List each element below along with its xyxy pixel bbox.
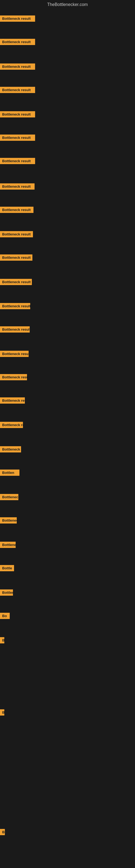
bottleneck-item: Bottleneck result xyxy=(0,183,35,190)
bottleneck-item: Bo xyxy=(0,709,4,716)
bottleneck-item: Bottle xyxy=(0,565,14,571)
bottleneck-item: Bottleneck result xyxy=(0,16,35,22)
bottleneck-item: B xyxy=(0,637,4,643)
bottleneck-item: Bottleneck result xyxy=(0,158,35,164)
bottleneck-item: Bottleneck re xyxy=(0,542,16,548)
bottleneck-item: Bottleneck res xyxy=(0,422,23,428)
bottleneck-item: Bottleneck result xyxy=(0,303,30,309)
bottleneck-item: Bottlen xyxy=(0,469,19,476)
bottleneck-item: Bottleneck result xyxy=(0,254,32,261)
bottleneck-item: Bottleneck result xyxy=(0,326,30,333)
bottleneck-item: Bottleneck result xyxy=(0,87,35,93)
bottleneck-item: Bottlenec xyxy=(0,517,17,524)
bottleneck-item: Bottleneck resul xyxy=(0,374,27,380)
bottleneck-item: Bottleneck re xyxy=(0,829,5,835)
bottleneck-item: Bottleneck result xyxy=(0,351,29,357)
bottleneck-item: Bottleneck resu xyxy=(0,397,25,404)
bottleneck-item: Bo xyxy=(0,613,10,619)
bottleneck-item: Bottleneck result xyxy=(0,111,35,118)
bottleneck-item: Bottleneck xyxy=(0,446,21,453)
bottleneck-item: Bottleneck result xyxy=(0,279,32,285)
bottleneck-item: Bottleneck result xyxy=(0,39,35,45)
site-title: TheBottlenecker.com xyxy=(0,0,135,10)
bottleneck-item: Bottlenec xyxy=(0,589,13,596)
bottleneck-item: Bottleneck result xyxy=(0,63,35,70)
bottleneck-item: Bottleneck xyxy=(0,494,18,500)
bottleneck-item: Bottleneck result xyxy=(0,207,34,213)
bottleneck-item: Bottleneck result xyxy=(0,231,33,237)
bottleneck-item: Bottleneck result xyxy=(0,134,35,141)
